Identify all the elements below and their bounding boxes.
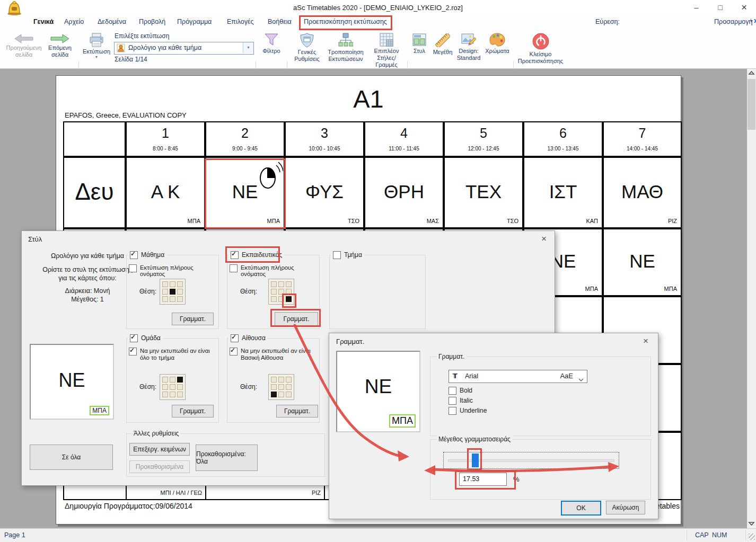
position-square[interactable] bbox=[278, 281, 284, 287]
apply-all-button[interactable]: Σε όλα bbox=[30, 445, 113, 470]
customize-caret-icon[interactable]: ▼ bbox=[750, 19, 753, 23]
menu-genika[interactable]: Γενικά bbox=[33, 18, 54, 25]
close-button[interactable]: × bbox=[732, 0, 756, 16]
position-square[interactable] bbox=[177, 296, 183, 302]
class-checkbox[interactable] bbox=[333, 251, 341, 259]
position-square[interactable] bbox=[162, 377, 168, 383]
lesson-cell[interactable]: Α Κ ΜΠΑ bbox=[127, 158, 204, 227]
minimize-button[interactable]: – bbox=[684, 0, 708, 16]
position-square[interactable] bbox=[286, 281, 292, 287]
font-dialog[interactable]: Γραμματ. × ΝΕ ΜΠΑ Γραμματ. TT Arial AaE … bbox=[329, 333, 658, 519]
lesson-checkbox[interactable] bbox=[130, 251, 138, 259]
print-selection-dropdown-icon[interactable]: ▼ bbox=[243, 42, 253, 53]
colors-button[interactable]: Χρώματα bbox=[483, 32, 512, 66]
vertical-scrollbar[interactable] bbox=[747, 69, 756, 528]
menu-provoli[interactable]: Προβολή bbox=[139, 18, 165, 25]
design-button[interactable]: Design: Standard bbox=[455, 32, 482, 67]
position-square[interactable] bbox=[162, 384, 168, 390]
position-square-selected[interactable] bbox=[170, 289, 175, 295]
position-square[interactable] bbox=[278, 384, 284, 390]
style-dialog-close-icon[interactable]: × bbox=[541, 234, 547, 243]
menu-programma[interactable]: Πρόγραμμα bbox=[177, 18, 212, 25]
position-square[interactable] bbox=[271, 289, 277, 295]
position-square-selected[interactable] bbox=[177, 377, 183, 383]
cancel-button[interactable]: Ακύρωση bbox=[606, 501, 645, 514]
slider-thumb[interactable] bbox=[472, 454, 479, 467]
menu-dedomena[interactable]: Δεδομένα bbox=[98, 18, 126, 25]
style-button[interactable]: Στυλ bbox=[409, 32, 430, 66]
teacher-checkbox[interactable] bbox=[231, 251, 239, 259]
lesson-cell[interactable]: ΜΑΘ ΡΙΖ bbox=[604, 158, 681, 227]
position-square[interactable] bbox=[286, 384, 292, 390]
print-selection-combobox[interactable]: Ωρολόγιο για κάθε τμήμα ▼ bbox=[114, 42, 254, 55]
maximize-button[interactable]: □ bbox=[708, 0, 732, 16]
font-dialog-close-icon[interactable]: × bbox=[643, 336, 648, 345]
customize-menu[interactable]: Προσαρμογή bbox=[714, 18, 753, 25]
position-square[interactable] bbox=[286, 289, 292, 295]
position-square-selected[interactable] bbox=[286, 296, 292, 302]
position-square[interactable] bbox=[162, 392, 168, 397]
position-square[interactable] bbox=[278, 377, 284, 383]
position-square[interactable] bbox=[170, 296, 175, 302]
group-position-grid[interactable] bbox=[160, 374, 186, 400]
room-font-button[interactable]: Γραμματ. bbox=[276, 405, 318, 417]
room-note-checkbox[interactable] bbox=[230, 348, 238, 356]
underline-checkbox[interactable] bbox=[449, 407, 456, 415]
position-square[interactable] bbox=[278, 296, 284, 302]
position-square[interactable] bbox=[177, 281, 183, 287]
lesson-cell[interactable]: ΝΕ ΜΠΑ bbox=[604, 229, 681, 295]
extra-columns-rows-button[interactable]: Επιπλέον Στήλες/Γραμμές bbox=[367, 32, 406, 67]
position-square[interactable] bbox=[170, 384, 175, 390]
position-square[interactable] bbox=[162, 289, 168, 295]
position-square-selected[interactable] bbox=[271, 392, 277, 397]
lesson-cell[interactable]: ΦΥΣ ΤΣΟ bbox=[286, 158, 363, 227]
lesson-position-grid[interactable] bbox=[160, 279, 186, 305]
position-square[interactable] bbox=[162, 281, 168, 287]
teacher-position-grid[interactable] bbox=[268, 279, 294, 305]
font-family-combobox[interactable]: TT Arial AaE bbox=[449, 370, 587, 383]
lesson-cell[interactable]: ΙΣΤ ΚΑΠ bbox=[524, 158, 602, 227]
print-button[interactable]: Εκτύπωση ▼ bbox=[81, 32, 112, 67]
position-square[interactable] bbox=[177, 392, 183, 397]
room-checkbox[interactable] bbox=[231, 334, 239, 342]
ok-button[interactable]: OK bbox=[561, 501, 601, 516]
position-square[interactable] bbox=[286, 392, 292, 397]
position-square[interactable] bbox=[177, 289, 183, 295]
scrollbar-down-arrow[interactable] bbox=[747, 519, 756, 528]
sizes-button[interactable]: Μεγέθη bbox=[430, 32, 455, 66]
group-checkbox[interactable] bbox=[130, 334, 138, 342]
lesson-cell[interactable]: ΘΡΗ ΜΑΣ bbox=[365, 158, 443, 227]
position-square[interactable] bbox=[271, 377, 277, 383]
scrollbar-thumb[interactable] bbox=[748, 79, 755, 130]
menu-arxeio[interactable]: Αρχείο bbox=[64, 18, 84, 25]
resize-grip-icon[interactable] bbox=[749, 534, 755, 540]
room-position-grid[interactable] bbox=[268, 374, 294, 400]
position-square[interactable] bbox=[170, 392, 175, 397]
group-font-button[interactable]: Γραμματ. bbox=[172, 405, 214, 417]
modify-prints-button[interactable]: Τροποποίηση Εκτυπώσεων bbox=[325, 32, 366, 67]
print-dropdown-icon[interactable]: ▼ bbox=[81, 55, 112, 59]
font-size-slider[interactable] bbox=[443, 452, 619, 469]
previous-page-button[interactable]: Προηγούμενη σελίδα bbox=[4, 32, 43, 66]
lesson-fullname-checkbox[interactable] bbox=[129, 264, 137, 272]
lesson-font-button[interactable]: Γραμματ. bbox=[172, 313, 214, 325]
defaults-button[interactable]: Προκαθορισμένα bbox=[129, 460, 190, 473]
filter-button[interactable]: Φίλτρο bbox=[258, 32, 285, 66]
position-square[interactable] bbox=[271, 296, 277, 302]
position-square[interactable] bbox=[278, 392, 284, 397]
edit-texts-button[interactable]: Επεξεργ. κειμένων bbox=[129, 443, 190, 456]
menu-print-preview[interactable]: Προεπισκόπηση εκτύπωσης bbox=[304, 18, 387, 25]
menu-voitheia[interactable]: Βοήθεια bbox=[268, 18, 292, 25]
font-combo-chevron-icon[interactable] bbox=[578, 375, 584, 384]
position-square[interactable] bbox=[170, 377, 175, 383]
defaults-all-button[interactable]: Προκαθορισμένα: Όλα bbox=[196, 445, 258, 471]
group-note-checkbox[interactable] bbox=[129, 348, 137, 356]
customize-close-icon[interactable]: ✕ bbox=[753, 17, 756, 25]
italic-checkbox[interactable] bbox=[449, 397, 456, 405]
scrollbar-up-arrow[interactable] bbox=[747, 69, 756, 78]
position-square[interactable] bbox=[286, 377, 292, 383]
next-page-button[interactable]: Επόμενη σελίδα bbox=[45, 32, 75, 66]
bold-checkbox[interactable] bbox=[449, 387, 456, 395]
teacher-font-button[interactable]: Γραμματ. bbox=[275, 312, 318, 326]
position-square[interactable] bbox=[177, 384, 183, 390]
